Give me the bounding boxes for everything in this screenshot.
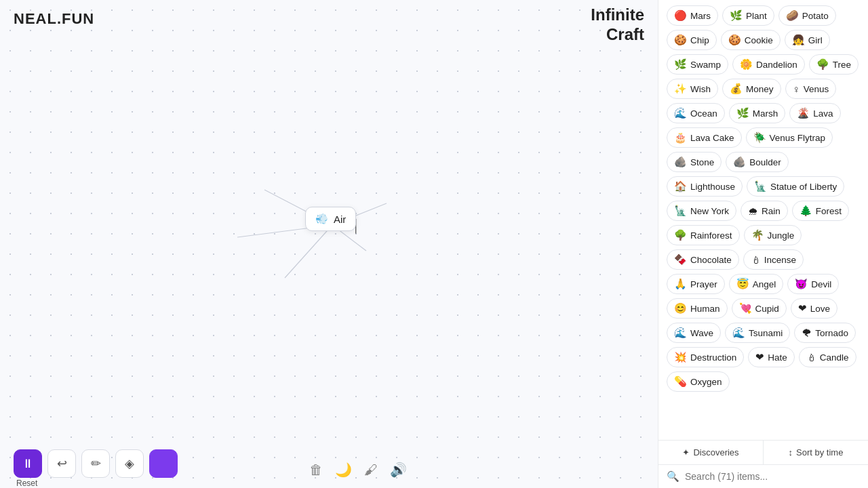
item-label: Venus <box>804 84 829 94</box>
undo-button[interactable]: ↩ <box>47 449 76 478</box>
list-item[interactable]: 🏠Lighthouse <box>667 176 743 197</box>
item-emoji: 🌪 <box>802 327 812 339</box>
item-emoji: 🏠 <box>674 180 687 192</box>
item-label: Tsunami <box>749 328 783 338</box>
item-label: Human <box>690 304 720 314</box>
item-emoji: ✨ <box>674 83 687 95</box>
item-emoji: ❤ <box>755 351 764 363</box>
list-item[interactable]: 🙏Prayer <box>667 274 725 294</box>
eraser-button[interactable]: ◈ <box>115 449 144 478</box>
item-emoji: 🌿 <box>736 107 749 119</box>
item-emoji: 🪨 <box>674 156 687 168</box>
list-item[interactable]: 💰Money <box>722 79 781 99</box>
list-item[interactable]: 🍪Chip <box>667 30 717 50</box>
volume-icon[interactable]: 🔊 <box>390 462 407 478</box>
item-label: Ocean <box>690 108 717 119</box>
list-item[interactable]: 💥Destruction <box>667 347 744 367</box>
list-item[interactable]: 🌴Jungle <box>744 225 802 245</box>
item-emoji: 🌳 <box>674 229 687 241</box>
list-item[interactable]: 🌊Ocean <box>667 103 725 123</box>
item-emoji: 🍪 <box>674 34 687 46</box>
list-item[interactable]: 👧Girl <box>785 30 830 50</box>
search-input[interactable] <box>685 471 860 482</box>
list-item[interactable]: 🌿Plant <box>722 5 774 26</box>
air-element[interactable]: 💨 Air <box>305 207 356 231</box>
item-emoji: 🍫 <box>674 253 687 266</box>
list-item[interactable]: 🗽New York <box>667 201 736 221</box>
item-label: Tree <box>833 60 851 70</box>
list-item[interactable]: 🥔Potato <box>778 5 836 26</box>
item-emoji: 🗽 <box>674 205 687 217</box>
item-label: Wish <box>690 84 711 94</box>
trash-icon[interactable]: 🗑 <box>309 462 323 478</box>
sidebar-items-list: 🔴Mars🌿Plant🥔Potato🍪Chip🍪Cookie👧Girl🌿Swam… <box>658 0 868 440</box>
pencil-icon: ✏ <box>91 456 101 471</box>
list-item[interactable]: 🌼Dandelion <box>732 54 805 75</box>
list-item[interactable]: 😈Devil <box>787 274 839 294</box>
list-item[interactable]: ✨Wish <box>667 79 718 99</box>
item-label: Cookie <box>745 35 773 45</box>
list-item[interactable]: ❤Love <box>791 298 837 319</box>
item-label: Rainforest <box>690 230 732 241</box>
list-item[interactable]: 🌋Lava <box>789 103 840 123</box>
sort-label: Sort by time <box>796 447 843 458</box>
item-label: Chip <box>690 35 709 45</box>
list-item[interactable]: 🔴Mars <box>667 5 718 26</box>
item-label: Mars <box>690 11 711 21</box>
list-item[interactable]: 🍪Cookie <box>721 30 781 50</box>
item-label: Devil <box>811 279 831 289</box>
list-item[interactable]: 🌿Marsh <box>729 103 786 123</box>
item-label: Wave <box>690 328 713 338</box>
list-item[interactable]: 🌊Wave <box>667 323 721 343</box>
item-label: Statue of Liberty <box>770 182 837 192</box>
item-label: Angel <box>753 279 776 289</box>
list-item[interactable]: 🌳Rainforest <box>667 225 740 245</box>
item-label: Chocolate <box>690 255 732 265</box>
item-emoji: 👧 <box>792 34 805 46</box>
list-item[interactable]: 🪨Boulder <box>726 152 789 172</box>
moon-icon[interactable]: 🌙 <box>335 462 352 478</box>
list-item[interactable]: 🪨Stone <box>667 152 722 172</box>
list-item[interactable]: 🌳Tree <box>809 54 859 75</box>
sidebar-tabs: ✦ Discoveries ↕ Sort by time <box>658 441 868 465</box>
list-item[interactable]: 🕯Incense <box>743 249 804 270</box>
item-label: Rain <box>762 206 781 216</box>
list-item[interactable]: 🪲Venus Flytrap <box>746 127 833 148</box>
discoveries-tab[interactable]: ✦ Discoveries <box>658 441 764 464</box>
item-emoji: 🌿 <box>730 9 743 22</box>
list-item[interactable]: 🌪Tornado <box>794 323 856 343</box>
item-emoji: ❤ <box>798 302 807 314</box>
list-item[interactable]: 🍫Chocolate <box>667 249 739 270</box>
list-item[interactable]: 🌿Swamp <box>667 54 728 75</box>
list-item[interactable]: 🎂Lava Cake <box>667 127 742 148</box>
list-item[interactable]: 💘Cupid <box>732 298 787 319</box>
brush-icon[interactable]: 🖌 <box>364 462 378 478</box>
list-item[interactable]: 🌊Tsunami <box>725 323 790 343</box>
item-emoji: 😇 <box>736 278 749 290</box>
item-emoji: 🌴 <box>751 229 764 241</box>
list-item[interactable]: 😇Angel <box>729 274 784 294</box>
item-label: Lava <box>813 108 833 119</box>
sort-tab[interactable]: ↕ Sort by time <box>764 441 868 464</box>
list-item[interactable]: 🌲Forest <box>792 201 849 221</box>
list-item[interactable]: 🌧Rain <box>741 201 788 221</box>
item-emoji: 🎂 <box>674 131 687 144</box>
item-emoji: 🌿 <box>674 58 687 70</box>
list-item[interactable]: 😊Human <box>667 298 728 319</box>
color-swatch-button[interactable] <box>149 449 178 478</box>
item-label: Swamp <box>690 60 721 70</box>
pause-button[interactable]: ⏸ <box>14 449 42 478</box>
item-label: Stone <box>690 157 714 167</box>
canvas-area[interactable]: NEAL.FUN InfiniteCraft 💨 Air │ ⏸ ↩ <box>0 0 658 488</box>
item-label: Incense <box>764 255 796 265</box>
sidebar-bottom: ✦ Discoveries ↕ Sort by time 🔍 <box>658 440 868 488</box>
list-item[interactable]: ❤Hate <box>748 347 795 367</box>
item-label: Girl <box>808 35 823 45</box>
list-item[interactable]: ♀Venus <box>785 79 837 99</box>
pencil-button[interactable]: ✏ <box>81 449 110 478</box>
item-emoji: 🍪 <box>728 34 741 46</box>
list-item[interactable]: 💊Oxygen <box>667 371 730 392</box>
list-item[interactable]: 🕯Candle <box>799 347 856 367</box>
item-emoji: 🗽 <box>754 180 767 192</box>
list-item[interactable]: 🗽Statue of Liberty <box>747 176 844 197</box>
